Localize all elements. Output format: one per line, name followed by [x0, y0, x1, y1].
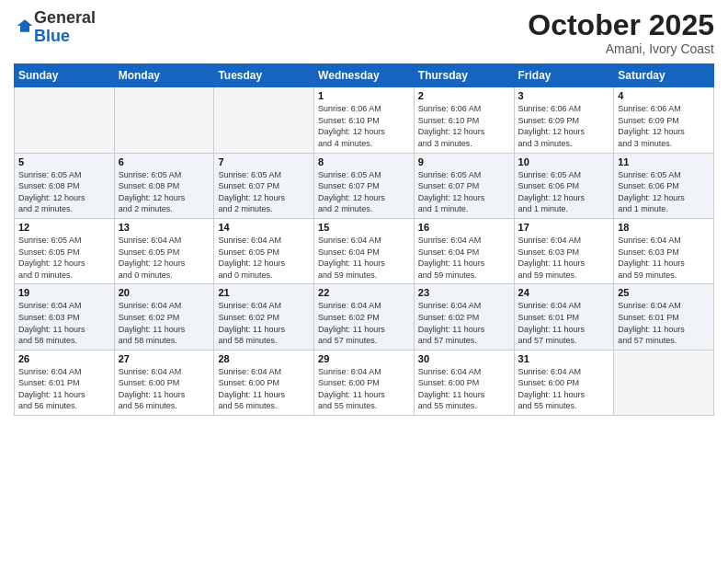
- logo-general: General: [34, 8, 96, 27]
- logo-icon: [16, 17, 34, 35]
- day-number: 12: [18, 222, 110, 233]
- day-number: 9: [418, 156, 510, 167]
- day-info: Sunrise: 6:04 AM Sunset: 6:05 PM Dayligh…: [218, 235, 310, 281]
- calendar-cell: 31Sunrise: 6:04 AM Sunset: 6:00 PM Dayli…: [514, 350, 614, 415]
- day-number: 7: [218, 156, 310, 167]
- day-number: 14: [218, 222, 310, 233]
- day-info: Sunrise: 6:05 AM Sunset: 6:05 PM Dayligh…: [18, 235, 110, 281]
- calendar-cell: 12Sunrise: 6:05 AM Sunset: 6:05 PM Dayli…: [15, 218, 115, 283]
- day-number: 27: [119, 353, 210, 364]
- calendar-cell: 5Sunrise: 6:05 AM Sunset: 6:08 PM Daylig…: [15, 153, 115, 218]
- day-info: Sunrise: 6:05 AM Sunset: 6:07 PM Dayligh…: [318, 169, 410, 215]
- calendar-cell: [15, 87, 115, 153]
- day-number: 10: [518, 156, 610, 167]
- logo-text: General Blue: [34, 9, 96, 46]
- title-block: October 2025 Amani, Ivory Coast: [528, 9, 714, 56]
- day-number: 26: [18, 353, 110, 364]
- weekday-saturday: Saturday: [614, 64, 714, 87]
- day-info: Sunrise: 6:04 AM Sunset: 6:00 PM Dayligh…: [218, 366, 310, 412]
- day-number: 13: [119, 222, 210, 233]
- calendar-cell: 11Sunrise: 6:05 AM Sunset: 6:06 PM Dayli…: [614, 153, 714, 218]
- day-number: 4: [618, 90, 710, 101]
- day-number: 22: [318, 287, 410, 298]
- day-info: Sunrise: 6:04 AM Sunset: 6:02 PM Dayligh…: [318, 300, 410, 346]
- day-info: Sunrise: 6:04 AM Sunset: 6:00 PM Dayligh…: [119, 366, 210, 412]
- calendar-cell: 17Sunrise: 6:04 AM Sunset: 6:03 PM Dayli…: [514, 218, 614, 283]
- weekday-sunday: Sunday: [15, 64, 115, 87]
- calendar-cell: 7Sunrise: 6:05 AM Sunset: 6:07 PM Daylig…: [214, 153, 314, 218]
- day-number: 18: [618, 222, 710, 233]
- day-number: 29: [318, 353, 410, 364]
- day-info: Sunrise: 6:05 AM Sunset: 6:08 PM Dayligh…: [18, 169, 110, 215]
- calendar-cell: 16Sunrise: 6:04 AM Sunset: 6:04 PM Dayli…: [414, 218, 514, 283]
- day-number: 17: [518, 222, 610, 233]
- day-info: Sunrise: 6:04 AM Sunset: 6:02 PM Dayligh…: [119, 300, 210, 346]
- weekday-wednesday: Wednesday: [314, 64, 415, 87]
- day-info: Sunrise: 6:04 AM Sunset: 6:04 PM Dayligh…: [418, 235, 510, 281]
- day-info: Sunrise: 6:05 AM Sunset: 6:07 PM Dayligh…: [418, 169, 510, 215]
- calendar-week-row: 5Sunrise: 6:05 AM Sunset: 6:08 PM Daylig…: [15, 153, 714, 218]
- day-number: 23: [418, 287, 510, 298]
- calendar-cell: 29Sunrise: 6:04 AM Sunset: 6:00 PM Dayli…: [314, 350, 415, 415]
- calendar-cell: 2Sunrise: 6:06 AM Sunset: 6:10 PM Daylig…: [414, 87, 514, 153]
- day-number: 15: [318, 222, 410, 233]
- calendar-cell: 30Sunrise: 6:04 AM Sunset: 6:00 PM Dayli…: [414, 350, 514, 415]
- day-info: Sunrise: 6:04 AM Sunset: 6:04 PM Dayligh…: [318, 235, 410, 281]
- day-number: 5: [18, 156, 110, 167]
- day-info: Sunrise: 6:04 AM Sunset: 6:00 PM Dayligh…: [518, 366, 610, 412]
- location: Amani, Ivory Coast: [528, 41, 714, 56]
- header: General Blue October 2025 Amani, Ivory C…: [14, 9, 714, 56]
- day-number: 30: [418, 353, 510, 364]
- day-number: 31: [518, 353, 610, 364]
- day-info: Sunrise: 6:04 AM Sunset: 6:03 PM Dayligh…: [18, 300, 110, 346]
- day-info: Sunrise: 6:04 AM Sunset: 6:01 PM Dayligh…: [618, 300, 710, 346]
- day-number: 21: [218, 287, 310, 298]
- weekday-monday: Monday: [114, 64, 214, 87]
- calendar-cell: 6Sunrise: 6:05 AM Sunset: 6:08 PM Daylig…: [114, 153, 214, 218]
- calendar-cell: 19Sunrise: 6:04 AM Sunset: 6:03 PM Dayli…: [15, 284, 115, 350]
- day-info: Sunrise: 6:04 AM Sunset: 6:03 PM Dayligh…: [618, 235, 710, 281]
- calendar-cell: 27Sunrise: 6:04 AM Sunset: 6:00 PM Dayli…: [114, 350, 214, 415]
- day-info: Sunrise: 6:04 AM Sunset: 6:05 PM Dayligh…: [119, 235, 210, 281]
- weekday-header-row: SundayMondayTuesdayWednesdayThursdayFrid…: [15, 64, 714, 87]
- day-number: 28: [218, 353, 310, 364]
- calendar-week-row: 19Sunrise: 6:04 AM Sunset: 6:03 PM Dayli…: [15, 284, 714, 350]
- day-info: Sunrise: 6:05 AM Sunset: 6:06 PM Dayligh…: [618, 169, 710, 215]
- calendar-cell: [114, 87, 214, 153]
- month-title: October 2025: [528, 9, 714, 41]
- calendar-cell: 22Sunrise: 6:04 AM Sunset: 6:02 PM Dayli…: [314, 284, 415, 350]
- day-number: 11: [618, 156, 710, 167]
- day-info: Sunrise: 6:06 AM Sunset: 6:10 PM Dayligh…: [318, 103, 410, 149]
- day-info: Sunrise: 6:06 AM Sunset: 6:10 PM Dayligh…: [418, 103, 510, 149]
- calendar-cell: 4Sunrise: 6:06 AM Sunset: 6:09 PM Daylig…: [614, 87, 714, 153]
- svg-marker-0: [17, 19, 33, 31]
- day-number: 3: [518, 90, 610, 101]
- calendar-cell: 18Sunrise: 6:04 AM Sunset: 6:03 PM Dayli…: [614, 218, 714, 283]
- calendar-cell: 25Sunrise: 6:04 AM Sunset: 6:01 PM Dayli…: [614, 284, 714, 350]
- calendar-cell: 13Sunrise: 6:04 AM Sunset: 6:05 PM Dayli…: [114, 218, 214, 283]
- day-info: Sunrise: 6:04 AM Sunset: 6:02 PM Dayligh…: [418, 300, 510, 346]
- day-number: 20: [119, 287, 210, 298]
- calendar-cell: 20Sunrise: 6:04 AM Sunset: 6:02 PM Dayli…: [114, 284, 214, 350]
- day-number: 2: [418, 90, 510, 101]
- calendar-cell: 28Sunrise: 6:04 AM Sunset: 6:00 PM Dayli…: [214, 350, 314, 415]
- day-info: Sunrise: 6:05 AM Sunset: 6:08 PM Dayligh…: [119, 169, 210, 215]
- day-number: 1: [318, 90, 410, 101]
- calendar-cell: [214, 87, 314, 153]
- day-info: Sunrise: 6:06 AM Sunset: 6:09 PM Dayligh…: [518, 103, 610, 149]
- day-number: 25: [618, 287, 710, 298]
- day-info: Sunrise: 6:06 AM Sunset: 6:09 PM Dayligh…: [618, 103, 710, 149]
- calendar-week-row: 12Sunrise: 6:05 AM Sunset: 6:05 PM Dayli…: [15, 218, 714, 283]
- calendar-cell: 3Sunrise: 6:06 AM Sunset: 6:09 PM Daylig…: [514, 87, 614, 153]
- day-info: Sunrise: 6:05 AM Sunset: 6:06 PM Dayligh…: [518, 169, 610, 215]
- calendar: SundayMondayTuesdayWednesdayThursdayFrid…: [14, 63, 714, 416]
- day-info: Sunrise: 6:04 AM Sunset: 6:01 PM Dayligh…: [518, 300, 610, 346]
- calendar-week-row: 26Sunrise: 6:04 AM Sunset: 6:01 PM Dayli…: [15, 350, 714, 415]
- page: General Blue October 2025 Amani, Ivory C…: [0, 0, 728, 563]
- calendar-cell: 26Sunrise: 6:04 AM Sunset: 6:01 PM Dayli…: [15, 350, 115, 415]
- day-info: Sunrise: 6:04 AM Sunset: 6:01 PM Dayligh…: [18, 366, 110, 412]
- calendar-cell: 10Sunrise: 6:05 AM Sunset: 6:06 PM Dayli…: [514, 153, 614, 218]
- calendar-cell: 9Sunrise: 6:05 AM Sunset: 6:07 PM Daylig…: [414, 153, 514, 218]
- weekday-tuesday: Tuesday: [214, 64, 314, 87]
- day-info: Sunrise: 6:04 AM Sunset: 6:00 PM Dayligh…: [318, 366, 410, 412]
